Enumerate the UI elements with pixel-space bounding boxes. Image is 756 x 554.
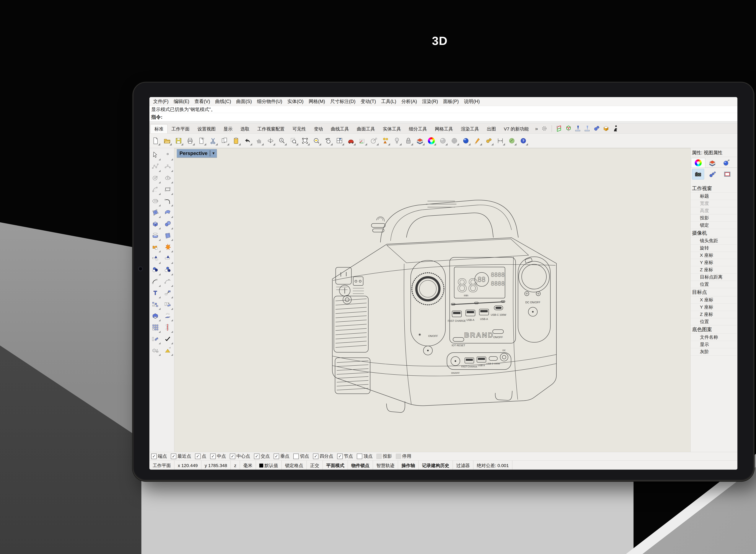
clip-red-icon[interactable] [555, 125, 563, 132]
color-wheel-icon[interactable] [427, 136, 436, 146]
toolbar-tab[interactable]: 曲线工具 [327, 124, 353, 133]
material-ball-tab-icon[interactable] [719, 158, 733, 168]
print-icon[interactable] [185, 136, 195, 146]
checkbox-icon[interactable] [357, 454, 362, 459]
color-wheel-tab-icon[interactable] [691, 158, 705, 168]
menu-item[interactable]: 编辑(E) [171, 98, 192, 105]
toolbar-tab[interactable]: 实体工具 [379, 124, 405, 133]
shell-tool-icon[interactable] [150, 310, 161, 322]
split-tool-icon[interactable] [162, 253, 174, 264]
osnap-checked[interactable]: ✓节点 [337, 453, 353, 459]
property-row[interactable]: 镜头焦距 [691, 237, 737, 244]
status-cell[interactable]: 绝对公差: 0.001 [473, 460, 512, 469]
property-row[interactable]: Y 座标 [691, 259, 737, 266]
toolbar-tab[interactable]: 出图 [483, 124, 500, 133]
status-cell[interactable]: z [231, 460, 240, 469]
solids-tool-icon[interactable] [150, 345, 161, 356]
chevron-down-icon[interactable]: ▼ [212, 151, 215, 155]
menu-item[interactable]: 工具(L) [379, 98, 399, 105]
render-sphere-icon[interactable] [461, 136, 471, 146]
menu-item[interactable]: 细分物件(U) [254, 98, 285, 105]
lamp-icon[interactable] [392, 136, 402, 146]
checkbox-icon[interactable]: ✓ [151, 454, 157, 459]
menu-item[interactable]: 查看(V) [192, 98, 213, 105]
property-row[interactable]: 显示 [691, 341, 737, 348]
checkbox-icon[interactable] [396, 454, 401, 459]
explode-tool-icon[interactable] [162, 241, 174, 253]
zoom-window-icon[interactable] [289, 136, 298, 146]
box-tool-icon[interactable] [150, 218, 161, 230]
property-group[interactable]: 目标点 [691, 288, 737, 296]
menu-item[interactable]: 网格(M) [306, 98, 328, 105]
checkbox-icon[interactable]: ✓ [337, 454, 343, 459]
status-cell[interactable]: 毫米 [240, 460, 256, 469]
property-row[interactable]: 位置 [691, 318, 737, 325]
copy-objects-tool-icon[interactable] [150, 298, 161, 310]
toolbar-tab[interactable]: 变动 [310, 124, 327, 133]
gear-icon[interactable] [540, 125, 548, 132]
property-row[interactable]: 旋转 [691, 244, 737, 252]
array-tool-icon[interactable] [150, 322, 161, 333]
menu-item[interactable]: 说明(H) [461, 98, 482, 105]
gears-icon[interactable] [484, 136, 493, 146]
checkbox-icon[interactable]: ✓ [254, 454, 259, 459]
point-tool-icon[interactable] [162, 149, 174, 161]
hide-icon[interactable] [381, 136, 390, 146]
toolbar-tab[interactable]: 显示 [220, 124, 236, 133]
shaded-sphere-icon[interactable] [438, 136, 448, 146]
toolbar-tab[interactable]: 细分工具 [405, 124, 431, 133]
osnap-disabled[interactable]: 停用 [396, 453, 411, 459]
osnap-checked[interactable]: ✓四分点 [313, 453, 333, 459]
status-cell[interactable]: 默认值 [256, 460, 282, 469]
extrude-up-tool-icon[interactable] [162, 310, 174, 322]
toolbar-tab[interactable]: 设置视图 [193, 124, 220, 133]
save-icon[interactable] [174, 136, 183, 146]
cplane-icon[interactable] [358, 136, 367, 146]
control-curve-tool-icon[interactable] [150, 161, 161, 172]
move-tool-icon[interactable] [162, 287, 174, 298]
menu-item[interactable]: 曲线(C) [213, 98, 234, 105]
pan-icon[interactable] [254, 136, 264, 146]
status-cell[interactable]: 物件锁点 [348, 460, 373, 469]
toolbar-tab[interactable]: 网格工具 [431, 124, 457, 133]
overflow-chevron-icon[interactable]: » [534, 126, 539, 131]
status-cell[interactable]: 正交 [307, 460, 323, 469]
property-row[interactable]: 位置 [691, 281, 737, 288]
status-cell[interactable]: y 1785.348 [201, 460, 231, 469]
property-row[interactable]: 宽度 [691, 200, 737, 207]
layers-icon[interactable] [415, 136, 424, 146]
align-tool-icon[interactable] [162, 322, 174, 333]
wire-sphere-icon[interactable] [450, 136, 459, 146]
beads-view-icon[interactable] [707, 169, 719, 179]
osnap-checked[interactable]: ✓交点 [254, 453, 270, 459]
property-group[interactable]: 底色图案 [691, 325, 737, 334]
flag-blue-icon[interactable] [574, 125, 582, 132]
circle-tool-icon[interactable] [150, 172, 161, 184]
property-row[interactable]: 标题 [691, 192, 737, 200]
named-view-icon[interactable] [346, 136, 356, 146]
property-row[interactable]: 灰阶 [691, 348, 737, 355]
osnap-disabled[interactable]: 投影 [376, 453, 392, 459]
help-icon[interactable]: ? [519, 136, 528, 146]
pen-cone-icon[interactable] [473, 136, 482, 146]
property-group[interactable]: 摄像机 [691, 229, 737, 237]
gear-blue-icon[interactable] [593, 125, 600, 132]
status-cell[interactable]: 记录建构历史 [419, 460, 453, 469]
circle-radius-icon[interactable] [369, 136, 379, 146]
polygon-tool-icon[interactable] [150, 195, 161, 207]
flow-tool-icon[interactable] [150, 333, 161, 345]
command-prompt[interactable]: 指令: [150, 113, 738, 121]
lock-icon[interactable] [404, 136, 413, 146]
patch-tool-icon[interactable] [162, 230, 174, 241]
status-cell[interactable]: 智慧轨迹 [373, 460, 398, 469]
rotate-view-icon[interactable] [266, 136, 275, 146]
property-row[interactable]: Y 座标 [691, 303, 737, 311]
menu-item[interactable]: 面板(P) [441, 98, 461, 105]
surface-curved-tool-icon[interactable] [162, 207, 174, 218]
property-row[interactable]: 高度 [691, 207, 737, 214]
paste-icon[interactable] [231, 136, 241, 146]
osnap-checked[interactable]: ✓中心点 [230, 453, 250, 459]
surface-plane-tool-icon[interactable] [150, 207, 161, 218]
text-tool-icon[interactable]: T [150, 287, 161, 298]
osnap-checked[interactable]: ✓点 [195, 453, 206, 459]
